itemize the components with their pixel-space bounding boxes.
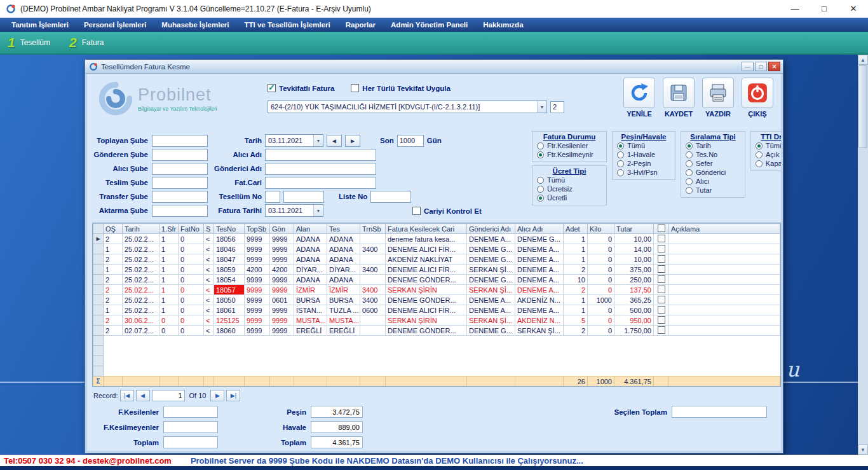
column-header[interactable]: Adet: [564, 224, 588, 234]
chevron-down-icon[interactable]: ▼: [537, 101, 546, 113]
row-selector[interactable]: [93, 295, 104, 305]
cell[interactable]: DENEME A...: [515, 275, 564, 285]
cell[interactable]: SERKAN Şİ...: [467, 265, 515, 275]
cell[interactable]: 18057: [214, 285, 245, 295]
cell[interactable]: 25.02.2...: [123, 234, 159, 244]
column-header[interactable]: S: [204, 224, 214, 234]
sube-input[interactable]: [152, 191, 208, 203]
cell[interactable]: 375,00: [614, 265, 654, 275]
cell[interactable]: 1: [159, 305, 179, 315]
cell[interactable]: 0601: [270, 295, 294, 305]
cell[interactable]: DENEME A...: [515, 244, 564, 254]
table-row[interactable]: ▶225.02.2...10<1805699999999ADANAADANAde…: [93, 234, 780, 244]
tevkifat-count-input[interactable]: [550, 101, 564, 113]
column-header[interactable]: Gönderici Adı: [467, 224, 515, 234]
cell[interactable]: DENEME A...: [515, 265, 564, 275]
cell[interactable]: 1: [159, 244, 179, 254]
table-row[interactable]: 225.02.2...10<1805099990601BURSABURSA340…: [93, 295, 780, 305]
cell[interactable]: ADANA: [294, 244, 327, 254]
row-checkbox[interactable]: [658, 275, 665, 283]
cell[interactable]: 5: [564, 315, 588, 326]
cell[interactable]: ADANA: [327, 234, 360, 244]
cell[interactable]: 1: [564, 295, 588, 305]
row-checkbox[interactable]: [658, 326, 665, 334]
table-row[interactable]: 230.06.2...00<12512599999999MUSTA...MUST…: [93, 315, 780, 326]
cell-aciklama[interactable]: [669, 254, 780, 265]
cell[interactable]: 2: [104, 295, 123, 305]
radio-icon[interactable]: [686, 160, 693, 167]
tevkifatli-fatura-option[interactable]: Tevkifatlı Fatura: [268, 84, 334, 92]
cell[interactable]: 9999: [270, 234, 294, 244]
radio-icon[interactable]: [537, 142, 544, 149]
radio-option[interactable]: Ftr.Kesilenler: [537, 142, 602, 149]
column-header[interactable]: TrnSb: [360, 224, 386, 234]
menu-item[interactable]: Admin Yönetim Paneli: [383, 18, 475, 32]
sube-input[interactable]: [152, 163, 208, 175]
column-header[interactable]: Tarih: [123, 224, 159, 234]
cell[interactable]: <: [204, 295, 214, 305]
cell[interactable]: 18050: [214, 295, 245, 305]
cell[interactable]: DENEME GÖNDER...: [386, 295, 467, 305]
cell[interactable]: 25.02.2...: [123, 244, 159, 254]
tevkifatli-fatura-checkbox[interactable]: [268, 84, 276, 92]
cell[interactable]: 3400: [360, 244, 386, 254]
cell[interactable]: 18061: [214, 305, 245, 315]
row-selector[interactable]: [93, 285, 104, 295]
menu-item[interactable]: Raporlar: [338, 18, 383, 32]
cell[interactable]: ADANA: [327, 275, 360, 285]
cell[interactable]: İZMİR: [327, 285, 360, 295]
table-row[interactable]: 225.02.2...10<1804799999999ADANAADANAAKD…: [93, 254, 780, 265]
cell[interactable]: ADANA: [327, 254, 360, 265]
radio-icon[interactable]: [686, 178, 693, 185]
cell[interactable]: 0: [179, 234, 204, 244]
cell[interactable]: İSTAN...: [294, 305, 327, 315]
cell[interactable]: 0: [588, 244, 614, 254]
son-gun-input[interactable]: [397, 135, 424, 147]
cell[interactable]: 0: [159, 326, 179, 336]
cell[interactable]: 25.02.2...: [123, 275, 159, 285]
row-checkbox[interactable]: [658, 296, 665, 303]
tab-tesellüm[interactable]: 1Tesellüm: [8, 35, 50, 50]
cell[interactable]: <: [204, 315, 214, 326]
liste-no-input[interactable]: [370, 191, 411, 203]
cell[interactable]: 2: [104, 285, 123, 295]
secilen-toplam-input[interactable]: [672, 406, 767, 418]
cell[interactable]: ADANA: [327, 244, 360, 254]
cariyi-kontrol-option[interactable]: Cariyi Kontrol Et: [412, 207, 482, 215]
cell[interactable]: DENEME G...: [467, 254, 515, 265]
table-row[interactable]: 125.02.2...10<1805942004200DİYAR...DİYAR…: [93, 265, 780, 275]
radio-icon[interactable]: [686, 187, 693, 194]
cell[interactable]: 0: [588, 326, 614, 336]
cell[interactable]: 2: [104, 234, 123, 244]
cell[interactable]: <: [204, 285, 214, 295]
column-header[interactable]: Alan: [294, 224, 327, 234]
cell[interactable]: 0: [179, 305, 204, 315]
cell[interactable]: TUZLA ...: [327, 305, 360, 315]
fatura-tarihi-select[interactable]: 03.11.2021 ▼: [265, 204, 323, 217]
cell[interactable]: <: [204, 234, 214, 244]
radio-option[interactable]: Tes.No: [686, 151, 740, 158]
cell[interactable]: 9999: [270, 315, 294, 326]
cell[interactable]: ADANA: [294, 234, 327, 244]
radio-icon[interactable]: [756, 142, 763, 149]
column-header[interactable]: TesNo: [214, 224, 245, 234]
cell[interactable]: 1: [159, 234, 179, 244]
menu-item[interactable]: Hakkımızda: [475, 18, 531, 32]
cell[interactable]: SERKAN Şİ...: [467, 285, 515, 295]
nav-next-button[interactable]: ▶: [210, 390, 224, 401]
column-header[interactable]: Açıklama: [669, 224, 780, 234]
column-header[interactable]: 1.Sfr: [159, 224, 179, 234]
row-selector[interactable]: [93, 265, 104, 275]
row-selector[interactable]: [93, 275, 104, 285]
sube-input[interactable]: [152, 149, 208, 161]
radio-icon[interactable]: [617, 151, 624, 158]
menu-item[interactable]: Muhasebe İşlemleri: [154, 18, 236, 32]
cell[interactable]: 0: [159, 315, 179, 326]
havale-input[interactable]: [311, 421, 363, 433]
cell[interactable]: SERKAN ŞİRİN: [386, 285, 467, 295]
alici-adi-input[interactable]: [265, 149, 376, 161]
radio-icon[interactable]: [537, 186, 544, 193]
radio-option[interactable]: Ftr.Kesilmeynlr: [537, 151, 602, 158]
cell[interactable]: 10,00: [614, 234, 654, 244]
her-turlu-tevkifat-checkbox[interactable]: [351, 84, 359, 92]
